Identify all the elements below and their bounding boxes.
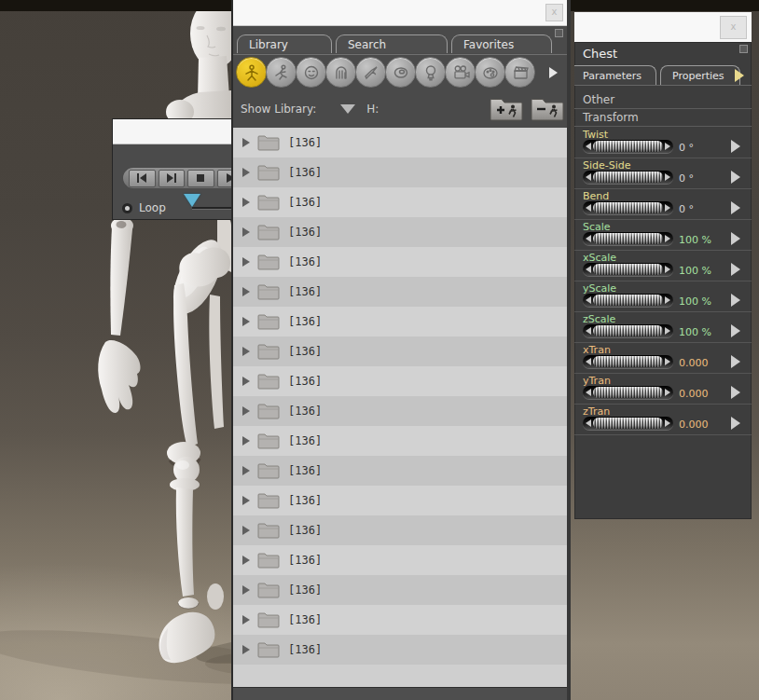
- skip-to-end-button[interactable]: [159, 170, 186, 187]
- library-folder-row[interactable]: [136]: [233, 396, 567, 426]
- tab-overflow-arrow-icon[interactable]: [735, 69, 744, 82]
- parameter-menu-arrow-icon[interactable]: [731, 201, 740, 214]
- library-folder-row[interactable]: [136]: [233, 486, 567, 515]
- parameter-slider[interactable]: [583, 140, 673, 153]
- parameter-menu-arrow-icon[interactable]: [731, 232, 740, 245]
- parameter-menu-arrow-icon[interactable]: [731, 386, 740, 399]
- expand-arrow-icon[interactable]: [242, 585, 250, 595]
- parameter-slider[interactable]: [583, 294, 673, 307]
- loop-radio[interactable]: [122, 203, 132, 213]
- slider-increment-icon[interactable]: [665, 235, 670, 242]
- slider-increment-icon[interactable]: [665, 173, 670, 181]
- tab-search[interactable]: Search: [336, 34, 448, 53]
- parameter-menu-arrow-icon[interactable]: [731, 355, 740, 368]
- parameter-menu-arrow-icon[interactable]: [731, 171, 740, 184]
- library-folder-row[interactable]: [136]: [233, 545, 567, 575]
- parameter-menu-arrow-icon[interactable]: [731, 263, 740, 276]
- skip-to-start-button[interactable]: [129, 170, 156, 187]
- library-folder-row[interactable]: [136]: [233, 456, 567, 486]
- slider-dial[interactable]: [593, 141, 663, 152]
- slider-increment-icon[interactable]: [665, 204, 670, 212]
- library-folder-row[interactable]: [136]: [233, 158, 567, 187]
- expand-arrow-icon[interactable]: [242, 287, 250, 296]
- parameter-menu-arrow-icon[interactable]: [731, 294, 740, 307]
- slider-increment-icon[interactable]: [665, 327, 670, 335]
- expand-arrow-icon[interactable]: [242, 377, 250, 386]
- slider-increment-icon[interactable]: [665, 358, 670, 365]
- parameter-value[interactable]: 0 °: [679, 142, 694, 154]
- expand-arrow-icon[interactable]: [242, 317, 250, 326]
- expand-arrow-icon[interactable]: [242, 198, 250, 207]
- expand-arrow-icon[interactable]: [242, 556, 250, 565]
- library-folder-row[interactable]: [136]: [233, 247, 567, 277]
- tab-favorites[interactable]: Favorites: [451, 34, 552, 53]
- slider-increment-icon[interactable]: [665, 143, 670, 150]
- library-folder-row[interactable]: [136]: [233, 217, 567, 247]
- slider-decrement-icon[interactable]: [586, 419, 591, 427]
- library-title-bar[interactable]: x: [233, 0, 567, 26]
- library-close-button[interactable]: x: [545, 4, 563, 21]
- slider-increment-icon[interactable]: [665, 296, 670, 304]
- expand-arrow-icon[interactable]: [242, 406, 250, 416]
- section-other[interactable]: Other: [574, 91, 752, 109]
- parameter-slider[interactable]: [583, 171, 673, 184]
- parameter-slider[interactable]: [583, 386, 673, 399]
- slider-dial[interactable]: [593, 325, 663, 336]
- slider-dial[interactable]: [593, 418, 663, 429]
- expand-arrow-icon[interactable]: [242, 138, 250, 147]
- slider-dial[interactable]: [593, 295, 663, 306]
- library-folder-row[interactable]: [136]: [233, 187, 567, 217]
- expand-arrow-icon[interactable]: [242, 526, 250, 535]
- slider-dial[interactable]: [593, 264, 663, 275]
- figures-icon[interactable]: [236, 57, 267, 88]
- expand-arrow-icon[interactable]: [242, 436, 250, 446]
- slider-decrement-icon[interactable]: [586, 235, 591, 242]
- slider-decrement-icon[interactable]: [586, 389, 591, 396]
- timeline-thumb[interactable]: [184, 194, 200, 207]
- library-folder-row[interactable]: [136]: [233, 426, 567, 456]
- parameter-slider[interactable]: [583, 263, 673, 276]
- library-folder-row[interactable]: [136]: [233, 635, 567, 665]
- tab-library[interactable]: Library: [237, 34, 332, 53]
- parameters-dock-icon[interactable]: [739, 45, 748, 53]
- slider-dial[interactable]: [593, 233, 663, 244]
- parameter-menu-arrow-icon[interactable]: [731, 324, 740, 337]
- slider-decrement-icon[interactable]: [586, 204, 591, 212]
- expand-arrow-icon[interactable]: [242, 496, 250, 505]
- parameter-value[interactable]: 100 %: [679, 265, 711, 277]
- hands-icon[interactable]: [355, 57, 386, 88]
- slider-dial[interactable]: [593, 172, 663, 183]
- add-library-folder-button[interactable]: [489, 97, 524, 122]
- parameter-value[interactable]: 0.000: [679, 388, 709, 400]
- parameter-value[interactable]: 0 °: [679, 203, 694, 215]
- hair-icon[interactable]: [325, 57, 356, 88]
- parameter-value[interactable]: 100 %: [679, 234, 711, 246]
- parameter-value[interactable]: 0 °: [679, 172, 694, 185]
- parameter-slider[interactable]: [583, 355, 673, 368]
- cameras-icon[interactable]: [445, 57, 476, 88]
- parameter-value[interactable]: 100 %: [679, 295, 711, 308]
- parameter-value[interactable]: 0.000: [679, 357, 709, 369]
- slider-decrement-icon[interactable]: [586, 266, 591, 273]
- slider-decrement-icon[interactable]: [586, 143, 591, 150]
- stop-button[interactable]: [187, 170, 214, 187]
- slider-dial[interactable]: [593, 356, 663, 367]
- expand-arrow-icon[interactable]: [242, 466, 250, 475]
- slider-dial[interactable]: [593, 387, 663, 398]
- remove-library-folder-button[interactable]: [530, 97, 565, 122]
- materials-icon[interactable]: [475, 57, 505, 88]
- slider-increment-icon[interactable]: [665, 419, 670, 427]
- expand-arrow-icon[interactable]: [242, 347, 250, 356]
- slider-dial[interactable]: [593, 202, 663, 213]
- expand-arrow-icon[interactable]: [242, 615, 250, 625]
- expand-arrow-icon[interactable]: [242, 257, 250, 267]
- parameters-close-button[interactable]: x: [720, 16, 747, 39]
- library-folder-row[interactable]: [136]: [233, 307, 567, 336]
- slider-increment-icon[interactable]: [665, 389, 670, 396]
- slider-decrement-icon[interactable]: [586, 358, 591, 365]
- show-library-dropdown-icon[interactable]: [340, 104, 355, 114]
- library-folder-row[interactable]: [136]: [233, 336, 567, 366]
- more-categories-arrow-icon[interactable]: [549, 67, 558, 78]
- parameter-value[interactable]: 100 %: [679, 326, 711, 338]
- slider-decrement-icon[interactable]: [586, 327, 591, 335]
